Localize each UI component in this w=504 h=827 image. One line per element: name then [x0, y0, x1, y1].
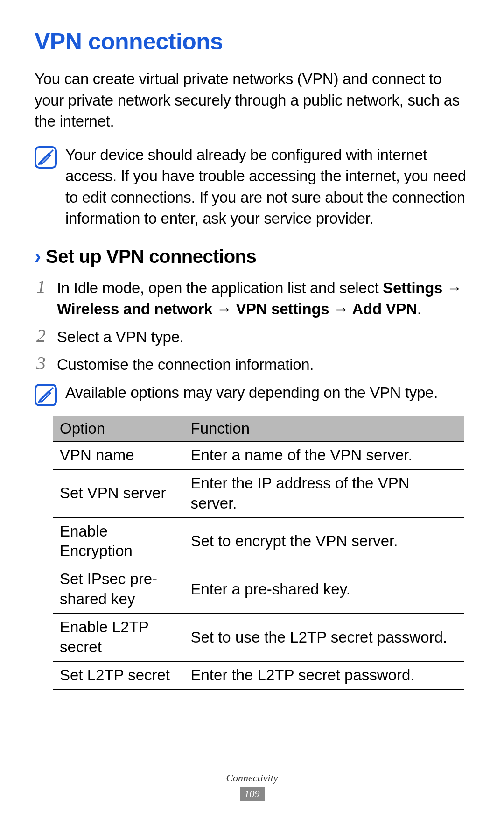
cell-option: Set L2TP secret	[53, 661, 184, 689]
svg-line-0	[38, 150, 53, 165]
intro-paragraph: You can create virtual private networks …	[35, 68, 469, 132]
note-icon	[35, 146, 57, 169]
options-table: Option Function VPN name Enter a name of…	[53, 416, 464, 690]
subheading-row: › Set up VPN connections	[35, 246, 469, 267]
table-row: VPN name Enter a name of the VPN server.	[53, 441, 464, 469]
cell-option: VPN name	[53, 441, 184, 469]
note-text-1: Your device should already be configured…	[65, 144, 469, 229]
step-3: 3 Customise the connection information.	[35, 353, 469, 375]
table-header-option: Option	[53, 416, 184, 441]
table-row: Set IPsec pre-shared key Enter a pre-sha…	[53, 565, 464, 614]
table-row: Set VPN server Enter the IP address of t…	[53, 469, 464, 517]
note-block-2: Available options may vary depending on …	[35, 382, 469, 406]
subheading: Set up VPN connections	[46, 246, 256, 267]
page-heading: VPN connections	[35, 28, 469, 55]
step-text: In Idle mode, open the application list …	[57, 276, 469, 320]
table-header-row: Option Function	[53, 416, 464, 441]
step-number: 2	[35, 325, 48, 346]
step-text: Customise the connection information.	[57, 353, 314, 375]
chevron-icon: ›	[35, 247, 41, 266]
note-block-1: Your device should already be configured…	[35, 144, 469, 229]
footer-page-number: 109	[240, 787, 265, 801]
step-number: 3	[35, 353, 48, 374]
step-1-prefix: In Idle mode, open the application list …	[57, 279, 383, 297]
svg-line-1	[38, 388, 53, 403]
cell-option: Enable Encryption	[53, 517, 184, 565]
table-header-function: Function	[184, 416, 464, 441]
step-text: Select a VPN type.	[57, 325, 184, 348]
step-1-suffix: .	[417, 300, 421, 318]
step-1: 1 In Idle mode, open the application lis…	[35, 276, 469, 320]
cell-option: Set VPN server	[53, 469, 184, 517]
cell-function: Enter a name of the VPN server.	[184, 441, 464, 469]
step-number: 1	[35, 276, 48, 297]
cell-option: Set IPsec pre-shared key	[53, 565, 184, 614]
cell-function: Set to encrypt the VPN server.	[184, 517, 464, 565]
cell-function: Enter the L2TP secret password.	[184, 661, 464, 689]
table-row: Enable L2TP secret Set to use the L2TP s…	[53, 614, 464, 662]
cell-function: Set to use the L2TP secret password.	[184, 614, 464, 662]
note-text-2: Available options may vary depending on …	[65, 382, 438, 403]
cell-function: Enter the IP address of the VPN server.	[184, 469, 464, 517]
footer-section-label: Connectivity	[0, 772, 504, 784]
cell-option: Enable L2TP secret	[53, 614, 184, 662]
cell-function: Enter a pre-shared key.	[184, 565, 464, 614]
table-row: Enable Encryption Set to encrypt the VPN…	[53, 517, 464, 565]
step-2: 2 Select a VPN type.	[35, 325, 469, 348]
note-icon	[35, 384, 57, 406]
table-row: Set L2TP secret Enter the L2TP secret pa…	[53, 661, 464, 689]
page-footer: Connectivity 109	[0, 772, 504, 801]
